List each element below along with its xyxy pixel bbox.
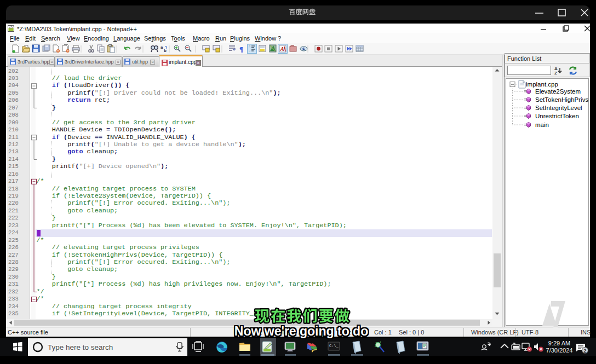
- svg-text:a: a: [161, 45, 163, 50]
- svg-text:C:\_: C:\_: [329, 344, 339, 348]
- svg-text:2: 2: [583, 348, 586, 354]
- svg-text:9:29 AM: 9:29 AM: [548, 340, 570, 346]
- svg-text:Z: Z: [554, 71, 557, 76]
- svg-text:A: A: [280, 45, 284, 52]
- svg-text:¶: ¶: [239, 45, 243, 53]
- svg-text:7/30/2024: 7/30/2024: [546, 347, 573, 354]
- svg-text:Type here to search: Type here to search: [48, 343, 113, 351]
